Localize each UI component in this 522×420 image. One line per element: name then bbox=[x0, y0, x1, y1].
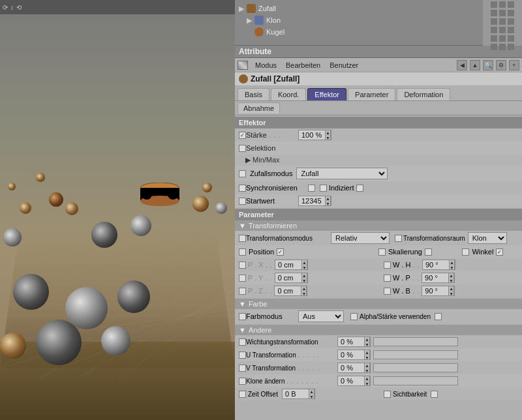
alpha-check2[interactable] bbox=[435, 313, 442, 320]
wp-checkbox[interactable] bbox=[384, 275, 391, 282]
v-transform-stepper[interactable]: 0 % ▲ ▼ bbox=[337, 363, 371, 373]
u-transform-down[interactable]: ▼ bbox=[365, 355, 369, 360]
sichtbarkeit-checkbox[interactable] bbox=[384, 391, 391, 398]
pz-checkbox[interactable] bbox=[239, 288, 246, 295]
u-transform-arrows[interactable]: ▲ ▼ bbox=[364, 350, 370, 360]
pz-up[interactable]: ▲ bbox=[301, 286, 306, 292]
klone-stepper[interactable]: 0 % ▲ ▼ bbox=[337, 376, 371, 386]
alpha-checkbox[interactable] bbox=[350, 313, 358, 320]
klone-checkbox[interactable] bbox=[239, 378, 246, 385]
klone-arrows[interactable]: ▲ ▼ bbox=[364, 376, 370, 386]
synchronisieren-checkbox[interactable] bbox=[239, 185, 246, 192]
py-stepper[interactable]: 0 cm ▲ ▼ bbox=[275, 273, 308, 283]
px-down[interactable]: ▼ bbox=[302, 265, 307, 270]
py-arrows[interactable]: ▲ ▼ bbox=[301, 273, 307, 283]
tab-effektor[interactable]: Effektor bbox=[307, 88, 346, 100]
startwert-up[interactable]: ▲ bbox=[326, 196, 330, 202]
zeit-arrows[interactable]: ▲ ▼ bbox=[309, 389, 315, 399]
staerke-down[interactable]: ▼ bbox=[326, 136, 330, 140]
wh-arrows[interactable]: ▲ ▼ bbox=[449, 260, 455, 270]
staerke-up[interactable]: ▲ bbox=[326, 130, 330, 136]
skalierung-checkbox[interactable] bbox=[378, 248, 386, 256]
sichtbarkeit-check2[interactable] bbox=[431, 391, 438, 398]
py-checkbox[interactable] bbox=[239, 275, 246, 282]
transformieren-header[interactable]: ▼ Transformieren bbox=[235, 220, 522, 231]
synchronisieren-check2[interactable] bbox=[308, 185, 315, 192]
wb-up[interactable]: ▲ bbox=[449, 286, 453, 292]
staerke-stepper[interactable]: 100 % ▲ ▼ bbox=[298, 130, 331, 140]
px-up[interactable]: ▲ bbox=[302, 260, 307, 265]
wb-arrows[interactable]: ▲ ▼ bbox=[448, 286, 454, 296]
pz-stepper[interactable]: 0 cm ▲ ▼ bbox=[274, 286, 307, 296]
klone-down[interactable]: ▼ bbox=[365, 382, 369, 386]
wh-down[interactable]: ▼ bbox=[450, 265, 454, 270]
staerke-arrows[interactable]: ▲ ▼ bbox=[325, 130, 331, 140]
indiziert-checkbox[interactable] bbox=[320, 185, 327, 192]
v-transform-up[interactable]: ▲ bbox=[365, 363, 369, 368]
position-check2[interactable] bbox=[277, 248, 284, 256]
px-stepper[interactable]: 0 cm ▲ ▼ bbox=[275, 260, 308, 270]
wichtung-down[interactable]: ▼ bbox=[365, 342, 369, 347]
zeit-stepper[interactable]: 0 B ▲ ▼ bbox=[282, 389, 315, 399]
staerke-checkbox[interactable] bbox=[239, 132, 246, 139]
menu-modus[interactable]: Modus bbox=[253, 61, 279, 70]
pz-arrows[interactable]: ▲ ▼ bbox=[301, 286, 307, 296]
nav-back-btn[interactable]: ◀ bbox=[457, 60, 467, 70]
wh-checkbox[interactable] bbox=[384, 262, 391, 269]
wp-up[interactable]: ▲ bbox=[449, 273, 453, 278]
nav-forward-btn[interactable]: ▲ bbox=[470, 60, 480, 70]
u-transform-up[interactable]: ▲ bbox=[365, 350, 369, 355]
outliner-item-zufall[interactable]: ▶ Zufall bbox=[235, 3, 522, 14]
outliner-item-kugel[interactable]: Kugel bbox=[235, 26, 522, 38]
v-transform-arrows[interactable]: ▲ ▼ bbox=[364, 363, 370, 373]
zufallsmodus-select[interactable]: Zufall bbox=[296, 168, 388, 179]
farbmodus-checkbox[interactable] bbox=[239, 313, 246, 320]
wb-stepper[interactable]: 90 ° ▲ ▼ bbox=[422, 286, 455, 296]
v-transform-checkbox[interactable] bbox=[239, 365, 246, 372]
zeit-up[interactable]: ▲ bbox=[309, 389, 314, 395]
tab-deformation[interactable]: Deformation bbox=[397, 88, 450, 100]
settings-btn[interactable]: ⚙ bbox=[496, 60, 506, 70]
tab-parameter[interactable]: Parameter bbox=[348, 88, 395, 100]
winkel-checkbox[interactable] bbox=[462, 248, 469, 256]
zufallsmodus-checkbox[interactable] bbox=[239, 170, 246, 177]
startwert-down[interactable]: ▼ bbox=[326, 202, 330, 206]
indiziert-check2[interactable] bbox=[356, 185, 363, 192]
wh-stepper[interactable]: 90 ° ▲ ▼ bbox=[422, 260, 455, 270]
transformationsraum-checkbox[interactable] bbox=[395, 235, 402, 242]
wb-checkbox[interactable] bbox=[384, 288, 391, 295]
transformationsraum-select[interactable]: Klon bbox=[468, 232, 507, 244]
search-btn[interactable]: 🔍 bbox=[483, 60, 493, 70]
tab-koord[interactable]: Koord. bbox=[271, 88, 306, 100]
add-btn[interactable]: + bbox=[509, 60, 519, 70]
position-checkbox[interactable] bbox=[239, 248, 246, 256]
winkel-check2[interactable] bbox=[496, 248, 503, 256]
u-transform-stepper[interactable]: 0 % ▲ ▼ bbox=[337, 350, 371, 360]
andere-header[interactable]: ▼ Andere bbox=[235, 325, 522, 335]
tab-abnahme[interactable]: Abnahme bbox=[238, 102, 280, 113]
zeit-down[interactable]: ▼ bbox=[309, 395, 314, 399]
transformationsmodus-select[interactable]: Relativ bbox=[331, 232, 390, 244]
startwert-arrows[interactable]: ▲ ▼ bbox=[325, 196, 331, 206]
wh-up[interactable]: ▲ bbox=[450, 260, 454, 265]
wp-arrows[interactable]: ▲ ▼ bbox=[448, 273, 454, 283]
transformationsmodus-checkbox[interactable] bbox=[239, 235, 246, 242]
pz-down[interactable]: ▼ bbox=[301, 292, 306, 296]
startwert-stepper[interactable]: 12345 ▲ ▼ bbox=[298, 196, 331, 206]
farbmodus-select[interactable]: Aus bbox=[298, 310, 344, 322]
wp-stepper[interactable]: 90 ° ▲ ▼ bbox=[422, 273, 455, 283]
klone-up[interactable]: ▲ bbox=[365, 376, 369, 382]
minmax-row[interactable]: ▶ Min/Max bbox=[235, 155, 522, 166]
menu-bearbeiten[interactable]: Bearbeiten bbox=[284, 61, 322, 70]
py-up[interactable]: ▲ bbox=[302, 273, 307, 278]
wb-down[interactable]: ▼ bbox=[449, 292, 453, 296]
outliner-item-klon[interactable]: ▶ Klon bbox=[235, 14, 522, 26]
wp-down[interactable]: ▼ bbox=[449, 278, 453, 283]
py-down[interactable]: ▼ bbox=[302, 278, 307, 283]
wichtung-checkbox[interactable] bbox=[239, 338, 246, 346]
startwert-checkbox[interactable] bbox=[239, 198, 246, 205]
u-transform-checkbox[interactable] bbox=[239, 352, 246, 359]
v-transform-down[interactable]: ▼ bbox=[365, 368, 369, 373]
skalierung-check2[interactable] bbox=[425, 248, 432, 256]
menu-benutzer[interactable]: Benutzer bbox=[328, 61, 360, 70]
